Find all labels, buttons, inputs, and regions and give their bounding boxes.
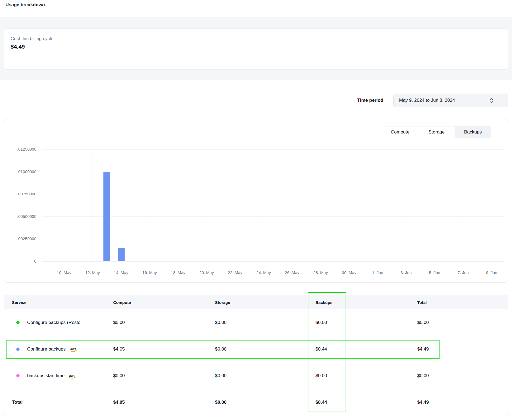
x-axis-label: 30. May xyxy=(342,270,356,275)
service-name: Configure backups xyxy=(27,346,66,352)
page-header: Usage breakdown xyxy=(0,0,512,17)
backups-cost: $0.44 xyxy=(315,346,417,352)
chart-vgridline xyxy=(64,149,64,261)
y-axis-label: .01250000 xyxy=(0,147,36,151)
column-header-compute: Compute xyxy=(113,300,215,305)
tab-compute[interactable]: Compute xyxy=(382,126,418,138)
storage-cost: $0.00 xyxy=(215,346,315,352)
table-header-row: Service Compute Storage Backups Total xyxy=(4,295,508,309)
time-period-value: May 9, 2024 to Jun 8, 2024 xyxy=(399,98,455,103)
storage-cost: $0.00 xyxy=(215,373,315,378)
x-axis-label: 3. Jun xyxy=(401,270,412,275)
total-storage-cost: $0.00 xyxy=(215,400,315,405)
usage-chart-card: Compute Storage Backups .01250000.010000… xyxy=(4,119,508,283)
x-axis-label: 24. May xyxy=(256,270,271,275)
total-compute-cost: $4.05 xyxy=(113,400,215,405)
compute-cost: $0.00 xyxy=(113,320,215,325)
tab-storage[interactable]: Storage xyxy=(418,126,455,138)
usage-table: Service Compute Storage Backups Total Co… xyxy=(4,295,508,415)
column-header-storage: Storage xyxy=(215,300,315,305)
chart-vgridline xyxy=(121,149,121,261)
x-axis-label: 22. May xyxy=(228,270,242,275)
billing-cost-card: Cost this billing cycle $4.49 xyxy=(4,28,508,70)
x-axis-label: 9. Jun xyxy=(486,270,497,275)
chart-vgridline xyxy=(235,149,235,261)
x-axis-label: 16. May xyxy=(142,270,157,275)
x-axis-label: 12. May xyxy=(85,270,100,275)
x-axis-label: 10. May xyxy=(57,270,71,275)
chart-vgridline xyxy=(406,149,406,261)
x-axis-label: 7. Jun xyxy=(458,270,469,275)
y-axis-label: .00500000 xyxy=(0,214,36,219)
table-row: Configure backups aws $4.05 $0.00 $0.44 … xyxy=(4,336,508,362)
svg-text:aws: aws xyxy=(70,347,76,351)
x-axis-label: 5. Jun xyxy=(429,270,440,275)
chart-vgridline xyxy=(264,149,264,261)
total-cost: $0.00 xyxy=(417,320,508,325)
storage-cost: $0.00 xyxy=(215,320,315,325)
x-axis-label: 26. May xyxy=(285,270,299,275)
chart-vgridline xyxy=(349,149,349,261)
column-header-service: Service xyxy=(12,300,113,305)
chart-bar xyxy=(118,248,125,261)
table-row: Configure backups (Resto $0.00 $0.00 $0.… xyxy=(4,309,508,336)
total-total-cost: $4.49 xyxy=(417,400,508,405)
chevron-up-down-icon xyxy=(489,98,494,104)
y-axis-label: .00750000 xyxy=(0,192,36,196)
y-axis-label: 0 xyxy=(0,259,36,263)
chart-vgridline xyxy=(321,149,321,261)
time-period-select[interactable]: May 9, 2024 to Jun 8, 2024 xyxy=(393,94,508,107)
aws-logo-icon: aws xyxy=(69,347,78,353)
total-cost: $0.00 xyxy=(417,373,508,378)
page-title: Usage breakdown xyxy=(5,2,507,8)
total-backups-cost: $0.44 xyxy=(315,400,417,405)
chart-vgridline xyxy=(150,149,150,261)
compute-cost: $0.00 xyxy=(113,373,215,378)
column-header-total: Total xyxy=(417,300,508,305)
chart-bar xyxy=(103,172,110,261)
time-period-label: Time period xyxy=(357,98,383,103)
chart-vgridline xyxy=(178,149,178,261)
billing-summary-band: Cost this billing cycle $4.49 xyxy=(0,17,512,80)
svg-text:aws: aws xyxy=(69,374,75,378)
x-axis-label: 14. May xyxy=(114,270,128,275)
chart-vgridline xyxy=(378,149,378,261)
x-axis-label: 20. May xyxy=(199,270,214,275)
x-axis-label: 28. May xyxy=(313,270,328,275)
table-total-row: Total $4.05 $0.00 $0.44 $4.49 xyxy=(4,389,508,415)
chart-vgridline xyxy=(435,149,435,261)
chart-vgridline xyxy=(292,149,292,261)
series-dot-pink xyxy=(16,374,20,377)
total-cost: $4.49 xyxy=(417,346,508,352)
x-axis-label: 18. May xyxy=(171,270,185,275)
chart-vgridline xyxy=(463,149,463,261)
chart-hgridline xyxy=(42,261,504,262)
usage-table-section: Service Compute Storage Backups Total Co… xyxy=(4,295,508,415)
billing-cost-label: Cost this billing cycle xyxy=(11,36,508,42)
service-name: backups start time xyxy=(27,373,65,378)
x-axis-label: 1. Jun xyxy=(372,270,383,275)
series-dot-green xyxy=(16,321,20,324)
series-dot-blue xyxy=(16,348,20,351)
billing-cost-value: $4.49 xyxy=(11,43,508,50)
chart-vgridline xyxy=(207,149,207,261)
backups-cost: $0.00 xyxy=(315,320,417,325)
time-period-row: Time period May 9, 2024 to Jun 8, 2024 xyxy=(0,94,508,107)
chart-metric-tabs: Compute Storage Backups xyxy=(382,126,491,138)
tab-backups[interactable]: Backups xyxy=(455,126,491,138)
chart-vgridline xyxy=(492,149,492,261)
chart-vgridline xyxy=(93,149,93,261)
total-row-label: Total xyxy=(12,400,113,405)
chart-plot: .01250000.01000000.00750000.00500000.002… xyxy=(42,149,504,261)
column-header-backups: Backups xyxy=(315,300,417,305)
y-axis-label: .00250000 xyxy=(0,236,36,241)
table-row: backups start time aws $0.00 $0.00 $0.00… xyxy=(4,362,508,389)
backups-cost: $0.00 xyxy=(315,373,417,378)
service-name: Configure backups (Resto xyxy=(27,320,81,325)
compute-cost: $4.05 xyxy=(113,346,215,352)
y-axis-label: .01000000 xyxy=(0,169,36,174)
aws-logo-icon: aws xyxy=(68,374,77,379)
